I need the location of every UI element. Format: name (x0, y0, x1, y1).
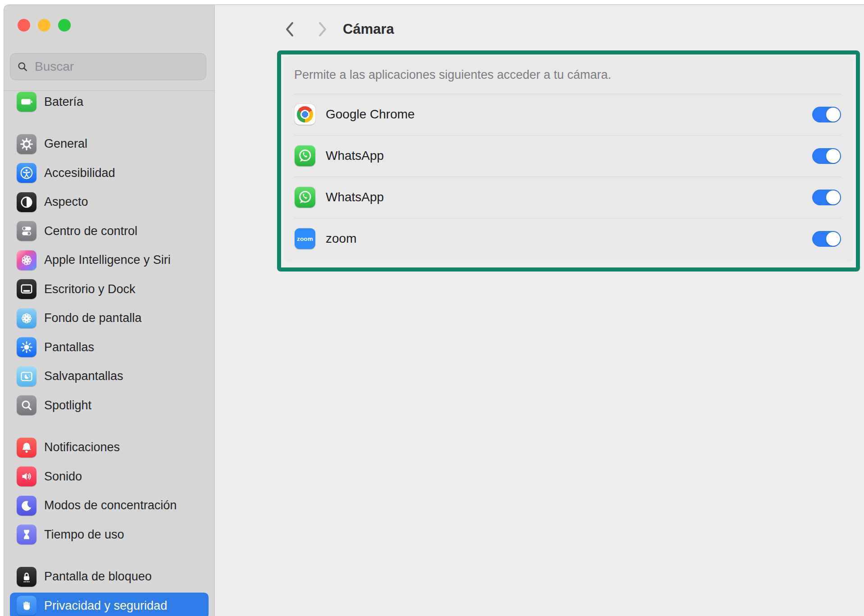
sidebar-item-notificaciones[interactable]: Notificaciones (10, 435, 209, 461)
chrome-icon (295, 104, 315, 125)
hourglass-icon (17, 525, 36, 544)
sidebar-item-accesibilidad[interactable]: Accesibilidad (10, 160, 209, 186)
chevron-right-icon (320, 23, 325, 36)
sidebar-item-salvapantallas[interactable]: Salvapantallas (10, 363, 209, 390)
sidebar-item-general[interactable]: General (10, 131, 209, 157)
camera-description: Permite a las aplicaciones siguientes ac… (283, 56, 854, 94)
app-name-label: Google Chrome (326, 107, 812, 122)
sidebar-item-pantallas[interactable]: Pantallas (10, 334, 209, 360)
app-name-label: WhatsApp (326, 190, 812, 204)
sidebar-item-fondo-de-pantalla[interactable]: Fondo de pantalla (10, 305, 209, 331)
sidebar-item-apple-intelligence-y-siri[interactable]: Apple Intelligence y Siri (10, 247, 209, 273)
whatsapp-icon (295, 145, 315, 166)
apple-intelligence-icon (17, 250, 36, 270)
app-row-whatsapp-1: WhatsApp (283, 135, 854, 177)
close-button[interactable] (18, 19, 30, 32)
system-settings-window: Batería General Accesibilidad Aspecto Ce… (4, 5, 864, 616)
toggle-knob (826, 149, 840, 163)
moon-icon (17, 496, 36, 516)
app-name-label: WhatsApp (326, 149, 812, 163)
desktop-dock-icon (17, 279, 36, 299)
toggle-knob (826, 232, 840, 246)
search-icon (17, 61, 28, 72)
sidebar-list: Batería General Accesibilidad Aspecto Ce… (4, 5, 214, 616)
sidebar-item-spotlight[interactable]: Spotlight (10, 392, 209, 418)
zoom-window-button[interactable] (58, 19, 71, 32)
sidebar-header (4, 5, 214, 91)
zoom-icon: zoom (295, 228, 315, 249)
search-input[interactable] (34, 59, 200, 74)
back-button[interactable] (284, 21, 296, 37)
sidebar-item-bateria[interactable]: Batería (10, 89, 209, 115)
accessibility-icon (17, 163, 36, 183)
battery-icon (17, 92, 36, 112)
chevron-left-icon (287, 23, 292, 36)
app-name-label: zoom (326, 231, 812, 246)
app-row-zoom-3: zoom zoom (283, 218, 854, 259)
toggle-knob (826, 108, 840, 122)
screensaver-icon (17, 367, 36, 386)
sidebar-item-aspecto[interactable]: Aspecto (10, 189, 209, 215)
forward-button[interactable] (317, 21, 328, 37)
gear-icon (17, 134, 36, 154)
hand-icon (17, 596, 36, 616)
search-field[interactable] (10, 53, 206, 80)
sidebar-item-modos-de-concentracion[interactable]: Modos de concentración (10, 493, 209, 519)
screenshot-stage: Batería General Accesibilidad Aspecto Ce… (0, 0, 864, 616)
toggle-knob (826, 190, 840, 204)
page-title: Cámara (343, 21, 394, 37)
sidebar-item-pantalla-de-bloqueo[interactable]: Pantalla de bloqueo (10, 564, 209, 590)
control-center-icon (17, 221, 36, 241)
app-toggle[interactable] (812, 190, 841, 205)
bell-icon (17, 438, 36, 457)
app-row-whatsapp-2: WhatsApp (283, 177, 854, 218)
whatsapp-icon (295, 187, 315, 208)
minimize-button[interactable] (38, 19, 50, 32)
app-row-google-chrome-0: Google Chrome (283, 94, 854, 135)
display-sun-icon (17, 337, 36, 357)
spotlight-icon (17, 395, 36, 415)
speaker-icon (17, 467, 36, 486)
sidebar-item-escritorio-y-dock[interactable]: Escritorio y Dock (10, 276, 209, 302)
sidebar-item-sonido[interactable]: Sonido (10, 463, 209, 489)
appearance-icon (17, 192, 36, 212)
app-rows: Google Chrome WhatsApp WhatsApp zoom zoo… (283, 94, 854, 259)
wallpaper-icon (17, 308, 36, 328)
lock-icon (17, 567, 36, 587)
app-toggle[interactable] (812, 107, 841, 122)
sidebar: Batería General Accesibilidad Aspecto Ce… (4, 5, 215, 616)
app-toggle[interactable] (812, 148, 841, 164)
sidebar-item-privacidad-y-seguridad[interactable]: Privacidad y seguridad (10, 593, 209, 616)
camera-permissions-card: Permite a las aplicaciones siguientes ac… (283, 56, 854, 263)
sidebar-item-centro-de-control[interactable]: Centro de control (10, 218, 209, 244)
sidebar-item-tiempo-de-uso[interactable]: Tiempo de uso (10, 521, 209, 548)
app-toggle[interactable] (812, 231, 841, 247)
